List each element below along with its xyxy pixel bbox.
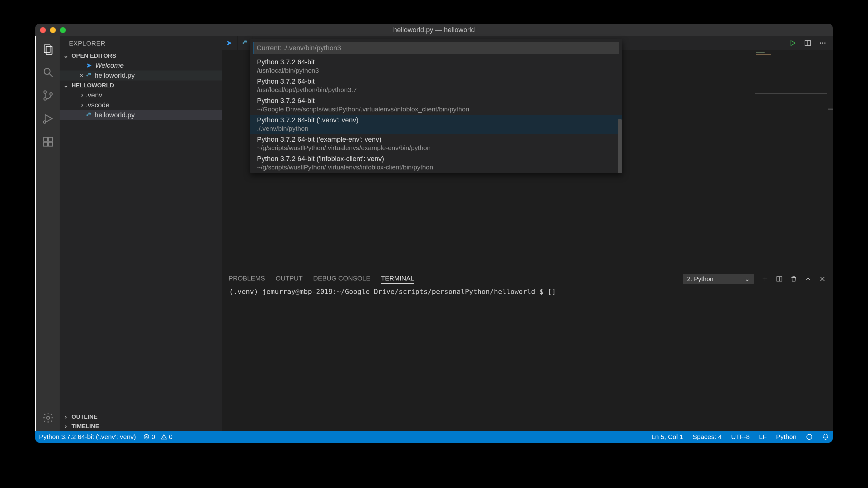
- svg-line-3: [49, 74, 53, 77]
- status-cursor[interactable]: Ln 5, Col 1: [652, 433, 683, 441]
- open-editor-welcome[interactable]: Welcome: [60, 61, 222, 70]
- panel-tab-terminal[interactable]: TERMINAL: [381, 274, 414, 284]
- interpreter-option[interactable]: Python 3.7.2 64-bit ~/Google Drive/scrip…: [250, 96, 622, 115]
- terminal-output[interactable]: (.venv) jemurray@mbp-2019:~/Google Drive…: [222, 286, 833, 431]
- interpreter-option[interactable]: Python 3.7.2 64-bit ('infoblox-client': …: [250, 154, 622, 173]
- feedback-icon[interactable]: [806, 433, 813, 440]
- svg-point-8: [43, 121, 45, 123]
- activity-bar: [35, 36, 60, 431]
- interpreter-option-path: ./.venv/bin/python: [257, 125, 615, 132]
- open-editors-header[interactable]: ⌄ OPEN EDITORS: [60, 51, 222, 61]
- interpreter-option-title: Python 3.7.2 64-bit ('infoblox-client': …: [257, 155, 615, 163]
- python-file-icon: [86, 72, 92, 78]
- run-file-icon[interactable]: [789, 39, 797, 47]
- svg-marker-14: [791, 40, 795, 45]
- status-errors[interactable]: 0 0: [143, 433, 172, 441]
- more-actions-icon[interactable]: [819, 39, 827, 47]
- timeline-header[interactable]: › TIMELINE: [60, 422, 222, 431]
- timeline-label: TIMELINE: [71, 423, 99, 430]
- status-interpreter[interactable]: Python 3.7.2 64-bit ('.venv': venv): [39, 433, 136, 441]
- settings-gear-icon[interactable]: [36, 409, 60, 426]
- interpreter-option-title: Python 3.7.2 64-bit: [257, 97, 615, 105]
- svg-point-2: [44, 68, 50, 74]
- outline-header[interactable]: › OUTLINE: [60, 412, 222, 422]
- chevron-right-icon: ›: [62, 423, 70, 430]
- status-errors-count: 0: [151, 433, 155, 441]
- status-indent[interactable]: Spaces: 4: [692, 433, 721, 441]
- svg-rect-11: [49, 142, 53, 147]
- status-bar: Python 3.7.2 64-bit ('.venv': venv) 0 0 …: [35, 431, 833, 443]
- maximize-panel-icon[interactable]: [805, 275, 811, 282]
- bottom-panel: PROBLEMS OUTPUT DEBUG CONSOLE TERMINAL 2…: [222, 272, 833, 431]
- folder-vscode[interactable]: › .vscode: [60, 100, 222, 110]
- project-header[interactable]: ⌄ HELLOWORLD: [60, 80, 222, 90]
- source-control-icon[interactable]: [36, 87, 60, 104]
- tab-welcome[interactable]: [222, 36, 238, 50]
- open-editor-helloworld[interactable]: × helloworld.py: [60, 70, 222, 80]
- new-terminal-icon[interactable]: [762, 275, 768, 282]
- status-eol[interactable]: LF: [759, 433, 767, 441]
- interpreter-picker-input[interactable]: [253, 42, 619, 54]
- status-encoding[interactable]: UTF-8: [731, 433, 750, 441]
- svg-point-4: [44, 91, 46, 93]
- interpreter-option[interactable]: Python 3.7.2 64-bit /usr/local/bin/pytho…: [250, 57, 622, 76]
- titlebar: helloworld.py — helloworld: [35, 24, 833, 36]
- window-title: helloworld.py — helloworld: [35, 26, 833, 34]
- interpreter-option[interactable]: Python 3.7.2 64-bit /usr/local/opt/pytho…: [250, 76, 622, 96]
- minimap[interactable]: [755, 50, 827, 272]
- terminal-selector-label: 2: Python: [687, 275, 713, 283]
- close-panel-icon[interactable]: [819, 275, 826, 282]
- interpreter-option-path: ~/Google Drive/scripts/wustlPython/.virt…: [257, 105, 615, 113]
- interpreter-picker-scrollbar[interactable]: [618, 119, 622, 173]
- explorer-sidebar: EXPLORER ⌄ OPEN EDITORS Welcome × hellow…: [60, 36, 222, 431]
- kill-terminal-icon[interactable]: [790, 275, 797, 282]
- split-editor-icon[interactable]: [804, 39, 811, 47]
- interpreter-option-title: Python 3.7.2 64-bit: [257, 58, 615, 66]
- interpreter-option-path: /usr/local/bin/python3: [257, 67, 615, 74]
- chevron-down-icon: ⌄: [745, 275, 750, 283]
- search-icon[interactable]: [36, 64, 60, 81]
- svg-point-19: [824, 42, 826, 44]
- chevron-down-icon: ⌄: [62, 52, 70, 59]
- svg-rect-12: [49, 137, 53, 141]
- open-editors-label: OPEN EDITORS: [71, 53, 116, 59]
- interpreter-option-title: Python 3.7.2 64-bit: [257, 77, 615, 86]
- status-language[interactable]: Python: [776, 433, 797, 441]
- open-editor-label: Welcome: [95, 62, 124, 70]
- run-debug-icon[interactable]: [36, 110, 60, 127]
- interpreter-option-title: Python 3.7.2 64-bit ('.venv': venv): [257, 116, 615, 124]
- notifications-bell-icon[interactable]: [822, 433, 829, 440]
- panel-tab-debug-console[interactable]: DEBUG CONSOLE: [313, 274, 370, 283]
- panel-tab-problems[interactable]: PROBLEMS: [228, 274, 265, 283]
- interpreter-option[interactable]: Python 3.7.2 64-bit ('.venv': venv) ./.v…: [250, 115, 622, 134]
- outline-label: OUTLINE: [71, 414, 97, 420]
- sidebar-title: EXPLORER: [60, 36, 222, 51]
- svg-rect-9: [43, 137, 48, 141]
- explorer-icon[interactable]: [36, 40, 60, 58]
- svg-point-17: [820, 42, 821, 44]
- split-terminal-icon[interactable]: [776, 275, 783, 282]
- svg-point-6: [50, 93, 52, 95]
- svg-point-18: [822, 42, 823, 44]
- chevron-down-icon: ⌄: [62, 82, 70, 89]
- folder-venv[interactable]: › .venv: [60, 90, 222, 100]
- python-file-icon: [242, 40, 248, 46]
- interpreter-option-path: ~/g/scripts/wustlPython/.virtualenvs/inf…: [257, 163, 615, 171]
- python-file-icon: [86, 112, 92, 118]
- svg-point-13: [46, 416, 50, 419]
- interpreter-option-path: /usr/local/opt/python/bin/python3.7: [257, 86, 615, 94]
- interpreter-option[interactable]: Python 3.7.2 64-bit ('example-env': venv…: [250, 134, 622, 154]
- chevron-right-icon: ›: [62, 414, 70, 420]
- extensions-icon[interactable]: [36, 133, 60, 151]
- svg-point-31: [807, 434, 812, 440]
- file-helloworld[interactable]: helloworld.py: [60, 110, 222, 120]
- scrollbar-marker: [828, 108, 833, 109]
- interpreter-option-title: Python 3.7.2 64-bit ('example-env': venv…: [257, 135, 615, 143]
- project-header-label: HELLOWORLD: [71, 82, 114, 89]
- vscode-window: helloworld.py — helloworld: [35, 24, 833, 443]
- folder-label: .venv: [86, 91, 102, 99]
- terminal-selector[interactable]: 2: Python ⌄: [683, 274, 754, 284]
- panel-tab-output[interactable]: OUTPUT: [276, 274, 303, 283]
- close-editor-icon[interactable]: ×: [79, 71, 83, 79]
- svg-rect-10: [43, 142, 48, 147]
